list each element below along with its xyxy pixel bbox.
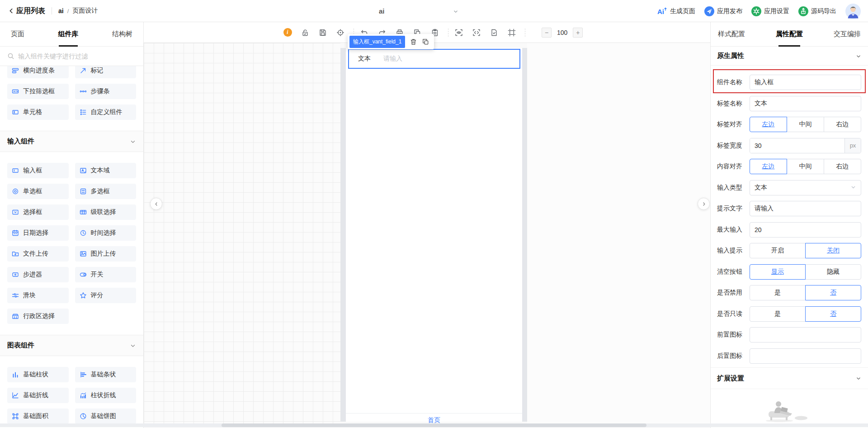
section-extended-settings[interactable]: 扩展设置 (711, 367, 868, 389)
select-box-icon (12, 209, 19, 216)
component-item-clock[interactable]: 时间选择 (75, 225, 137, 241)
segment-option-0[interactable]: 左边 (750, 159, 787, 174)
tab-style-config[interactable]: 样式配置 (718, 22, 745, 47)
segment-option-0[interactable]: 显示 (750, 264, 806, 280)
page-dropdown[interactable]: ai (379, 0, 459, 22)
component-item-input[interactable]: 输入框 (7, 163, 69, 178)
segment-option-2[interactable]: 右边 (824, 117, 861, 132)
horizontal-scrollbar[interactable] (0, 423, 868, 427)
tool-unlock-button[interactable] (299, 27, 311, 38)
tab-structure-tree[interactable]: 结构树 (112, 22, 132, 47)
component-group-header[interactable]: 图表组件 (0, 335, 143, 356)
component-item-switch[interactable]: 开关 (75, 267, 137, 282)
tool-frame-button[interactable] (506, 27, 518, 38)
breadcrumb-app[interactable]: ai (58, 7, 64, 14)
canvas-grid[interactable] (144, 43, 340, 423)
component-item-select-box[interactable]: 选择框 (7, 204, 69, 220)
segment-option-0[interactable]: 是 (750, 306, 806, 322)
component-item-stepper[interactable]: 步进器 (7, 267, 69, 282)
slider-icon (12, 292, 19, 299)
tab-component-library[interactable]: 组件库 (58, 22, 79, 47)
tab-interaction-config[interactable]: 交互编排 (834, 22, 861, 47)
segment-option-1[interactable]: 中间 (787, 159, 824, 174)
property-row-4: 内容对齐左边中间右边 (717, 156, 861, 177)
back-button[interactable]: 应用列表 (8, 6, 45, 16)
segment-option-0[interactable]: 开启 (750, 243, 806, 258)
property-input-3[interactable] (750, 138, 844, 153)
component-item-textarea[interactable]: 文本域 (75, 163, 137, 178)
component-item-cell[interactable]: 单元格 (7, 105, 69, 120)
zoom-out-button[interactable]: − (542, 28, 552, 38)
collapse-right-panel-button[interactable] (698, 198, 710, 210)
component-item-region[interactable]: 行政区选择 (7, 309, 69, 324)
component-item-checkbox[interactable]: 多选框 (75, 184, 137, 199)
component-item-steps[interactable]: 步骤条 (75, 84, 137, 99)
tool-preview-button[interactable] (453, 27, 465, 38)
frame-icon (508, 29, 516, 37)
property-input-12[interactable] (750, 327, 861, 342)
canvas-right-area[interactable] (527, 43, 710, 423)
component-label: 文本域 (91, 166, 110, 175)
tab-property-config[interactable]: 属性配置 (776, 22, 803, 47)
topbar-action-ai-logo[interactable]: Ai生成页面 (657, 7, 695, 16)
property-input-13[interactable] (750, 348, 861, 364)
tool-target-button[interactable] (335, 27, 346, 38)
trash-icon[interactable] (410, 38, 417, 46)
copy-icon[interactable] (422, 38, 429, 46)
segment-option-1[interactable]: 中间 (787, 117, 824, 132)
property-input-7[interactable] (750, 222, 861, 238)
component-item-calendar[interactable]: 日期选择 (7, 225, 69, 241)
segment-option-0[interactable]: 左边 (750, 117, 787, 132)
segment-option-1[interactable]: 否 (805, 306, 861, 322)
avatar[interactable] (845, 4, 861, 19)
zoom-in-button[interactable]: + (573, 28, 583, 38)
component-filter-input[interactable] (18, 52, 136, 60)
topbar-action-export[interactable]: 源码导出 (798, 6, 836, 16)
component-item-bar-chart[interactable]: 基础柱状 (7, 367, 69, 382)
segment-option-1[interactable]: 隐藏 (805, 264, 861, 280)
segment-option-1[interactable]: 否 (805, 285, 861, 300)
preview-icon (455, 29, 463, 37)
component-item-slider[interactable]: 滑块 (7, 288, 69, 303)
property-fields: 组件名称标签名称标签对齐左边中间右边标签宽度px内容对齐左边中间右边输入类型文本… (711, 72, 868, 366)
component-item-pie-chart[interactable]: 基础饼图 (75, 409, 137, 423)
phone-left-scrollbar[interactable] (340, 48, 346, 422)
tab-pages[interactable]: 页面 (11, 22, 24, 47)
component-list: 横向进度条标记下拉筛选框步骤条单元格自定义组件输入组件输入框文本域单选框多选框选… (0, 66, 143, 423)
phone-right-scrollbar[interactable] (522, 48, 527, 422)
tool-save-button[interactable] (317, 27, 329, 38)
component-item-line-chart[interactable]: 基础折线 (7, 388, 69, 403)
segment-option-2[interactable]: 右边 (824, 159, 861, 174)
horizontal-scrollbar-thumb[interactable] (222, 423, 646, 427)
topbar-action-publish[interactable]: 应用发布 (704, 6, 742, 16)
component-item-progress[interactable]: 横向进度条 (7, 66, 69, 78)
property-select-5[interactable]: 文本 (750, 180, 861, 195)
tabbar-home-item[interactable]: 首页 (428, 416, 440, 423)
tool-doc-check-button[interactable] (488, 27, 500, 38)
left-panel-tabs: 页面 组件库 结构树 (0, 22, 143, 47)
component-item-custom[interactable]: 自定义组件 (75, 105, 137, 120)
segment-option-0[interactable]: 是 (750, 285, 806, 300)
phone-preview[interactable] (340, 48, 527, 422)
property-input-0[interactable] (750, 75, 861, 90)
tool-code-button[interactable] (471, 27, 482, 38)
component-group-header[interactable]: 输入组件 (0, 131, 143, 152)
component-item-area-chart[interactable]: 基础面积 (7, 409, 69, 423)
component-item-star[interactable]: 评分 (75, 288, 137, 303)
component-item-bar-line-chart[interactable]: 柱状折线 (75, 388, 137, 403)
component-item-folder-upload[interactable]: 文件上传 (7, 246, 69, 262)
property-input-1[interactable] (750, 96, 861, 111)
component-item-image-upload[interactable]: 图片上传 (75, 246, 137, 262)
tool-info-button[interactable]: i (282, 27, 293, 38)
component-item-mark[interactable]: 标记 (75, 66, 137, 78)
component-item-cascade[interactable]: 级联选择 (75, 204, 137, 220)
collapse-left-panel-button[interactable] (150, 198, 162, 210)
component-item-hbar-chart[interactable]: 基础条状 (75, 367, 137, 382)
segment-option-1[interactable]: 关闭 (805, 243, 861, 258)
property-input-6[interactable] (750, 201, 861, 216)
section-native-properties[interactable]: 原生属性 (711, 47, 868, 66)
topbar-action-settings[interactable]: 应用设置 (751, 6, 789, 16)
component-item-dropdown-filter[interactable]: 下拉筛选框 (7, 84, 69, 99)
component-item-radio[interactable]: 单选框 (7, 184, 69, 199)
selected-input-field-component[interactable]: 文本 请输入 (348, 49, 520, 69)
